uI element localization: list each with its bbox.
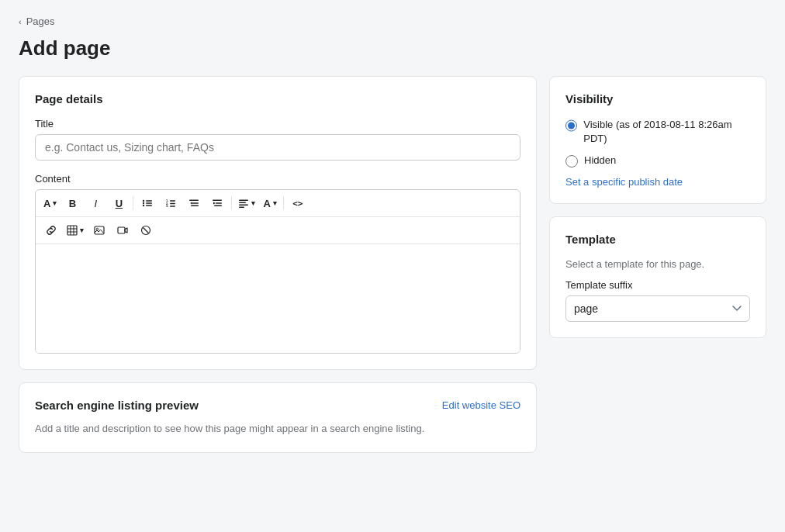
- hidden-label[interactable]: Hidden: [584, 154, 616, 168]
- underline-icon: U: [116, 198, 123, 209]
- svg-rect-12: [189, 200, 199, 202]
- seo-description: Add a title and description to see how t…: [35, 421, 520, 437]
- bold-icon: B: [69, 198, 76, 209]
- table-dropdown-icon: ▾: [80, 226, 84, 234]
- svg-rect-21: [239, 207, 244, 209]
- table-button[interactable]: ▾: [64, 220, 87, 240]
- italic-button[interactable]: I: [85, 193, 106, 213]
- toolbar-row-1: A ▾ B I U: [36, 190, 520, 217]
- svg-rect-10: [170, 203, 175, 205]
- title-label: Title: [35, 118, 520, 130]
- bullet-list-icon: [142, 198, 153, 209]
- table-icon: [67, 225, 78, 236]
- page-title: Add page: [19, 36, 766, 60]
- align-icon: [238, 198, 249, 209]
- underline-button[interactable]: U: [108, 193, 130, 213]
- image-button[interactable]: [88, 220, 110, 240]
- ordered-list-icon: 1. 2. 3.: [165, 198, 176, 209]
- svg-rect-3: [146, 200, 152, 202]
- bullet-list-button[interactable]: [137, 193, 158, 213]
- image-icon: [94, 225, 105, 236]
- edit-seo-link[interactable]: Edit website SEO: [442, 399, 520, 411]
- source-icon: <>: [292, 199, 303, 209]
- indent-decrease-button[interactable]: [183, 193, 205, 213]
- text-color-dropdown-icon: ▾: [273, 199, 277, 207]
- svg-rect-20: [239, 205, 248, 206]
- font-button[interactable]: A ▾: [40, 193, 60, 213]
- ordered-list-button[interactable]: 1. 2. 3.: [160, 193, 182, 213]
- seo-header: Search engine listing preview Edit websi…: [35, 399, 520, 412]
- svg-rect-16: [216, 202, 222, 204]
- remove-format-icon: [140, 225, 151, 236]
- svg-rect-9: [170, 200, 175, 202]
- text-color-button[interactable]: A ▾: [260, 193, 279, 213]
- visibility-title: Visibility: [565, 92, 750, 105]
- svg-rect-22: [67, 226, 77, 235]
- right-column: Visibility Visible (as of 2018-08-11 8:2…: [549, 76, 766, 338]
- left-column: Page details Title Content A ▾: [19, 76, 537, 453]
- visibility-card: Visibility Visible (as of 2018-08-11 8:2…: [549, 76, 766, 204]
- video-button[interactable]: [112, 220, 133, 240]
- svg-line-31: [144, 228, 149, 233]
- text-color-label: A: [263, 198, 270, 209]
- svg-rect-17: [214, 206, 222, 207]
- svg-text:3.: 3.: [166, 204, 168, 208]
- svg-point-0: [143, 200, 144, 202]
- svg-rect-13: [192, 202, 199, 204]
- svg-point-28: [96, 228, 98, 230]
- indent-decrease-icon: [188, 198, 199, 209]
- svg-point-1: [143, 202, 144, 204]
- toolbar-sep-2: [231, 196, 232, 210]
- remove-format-button[interactable]: [135, 220, 157, 240]
- content-label: Content: [35, 173, 520, 185]
- toolbar-sep-1: [133, 196, 133, 210]
- font-label: A: [43, 198, 50, 209]
- hidden-option: Hidden: [565, 154, 750, 168]
- breadcrumb[interactable]: ‹ Pages: [19, 16, 766, 27]
- back-icon: ‹: [19, 17, 22, 26]
- font-dropdown-icon: ▾: [53, 199, 57, 207]
- template-suffix-select[interactable]: page contact faq about: [565, 295, 750, 322]
- svg-rect-18: [239, 200, 248, 202]
- set-publish-date-link[interactable]: Set a specific publish date: [565, 176, 750, 188]
- svg-rect-19: [239, 202, 246, 204]
- content-editor: A ▾ B I U: [35, 189, 520, 354]
- svg-rect-11: [170, 206, 175, 207]
- align-dropdown-icon: ▾: [251, 199, 255, 207]
- seo-card: Search engine listing preview Edit websi…: [19, 382, 537, 453]
- svg-rect-27: [95, 226, 104, 234]
- template-card: Template Select a template for this page…: [549, 216, 766, 338]
- indent-increase-icon: [212, 198, 223, 209]
- template-description: Select a template for this page.: [565, 258, 750, 270]
- template-title: Template: [565, 233, 750, 246]
- title-input[interactable]: [35, 134, 520, 161]
- visible-label[interactable]: Visible (as of 2018-08-11 8:26am PDT): [583, 118, 750, 146]
- toolbar-sep-3: [283, 196, 284, 210]
- template-suffix-label: Template suffix: [565, 279, 750, 291]
- page-details-title: Page details: [35, 92, 520, 105]
- bold-button[interactable]: B: [61, 193, 83, 213]
- svg-point-2: [143, 205, 144, 206]
- link-icon: [46, 225, 57, 236]
- align-button[interactable]: ▾: [235, 193, 258, 213]
- visible-option: Visible (as of 2018-08-11 8:26am PDT): [565, 118, 750, 146]
- svg-rect-4: [146, 202, 152, 204]
- link-button[interactable]: [40, 220, 62, 240]
- editor-body[interactable]: [36, 244, 520, 353]
- seo-title: Search engine listing preview: [35, 399, 199, 412]
- toolbar-row-2: ▾: [36, 217, 520, 244]
- svg-rect-29: [118, 227, 125, 233]
- breadcrumb-label[interactable]: Pages: [26, 16, 55, 27]
- video-icon: [117, 225, 128, 236]
- indent-increase-button[interactable]: [206, 193, 228, 213]
- source-button[interactable]: <>: [287, 193, 309, 213]
- svg-rect-14: [191, 206, 199, 207]
- hidden-radio[interactable]: [565, 155, 578, 168]
- svg-rect-5: [146, 205, 152, 206]
- visible-radio[interactable]: [565, 119, 577, 132]
- page-details-card: Page details Title Content A ▾: [19, 76, 537, 370]
- svg-rect-15: [213, 200, 222, 202]
- italic-icon: I: [95, 198, 98, 209]
